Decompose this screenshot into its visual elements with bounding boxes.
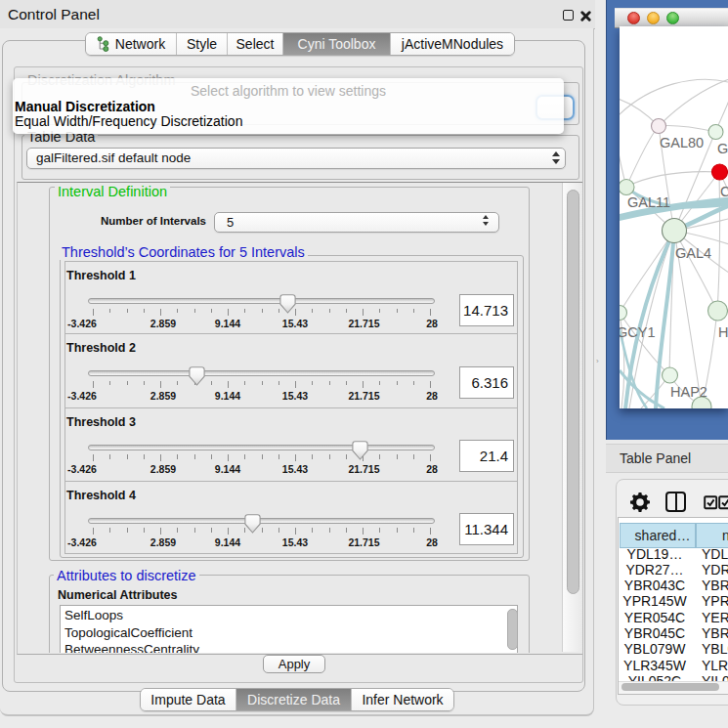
svg-text:GAL11: GAL11 [627,194,670,210]
svg-text:HAP2: HAP2 [670,384,707,400]
svg-text:C: C [720,184,728,199]
svg-text:GAL80: GAL80 [660,135,704,150]
svg-text:GA: GA [717,141,728,156]
svg-text:GCY1: GCY1 [620,324,656,340]
svg-text:GAL4: GAL4 [675,245,711,261]
svg-text:H: H [718,324,728,340]
